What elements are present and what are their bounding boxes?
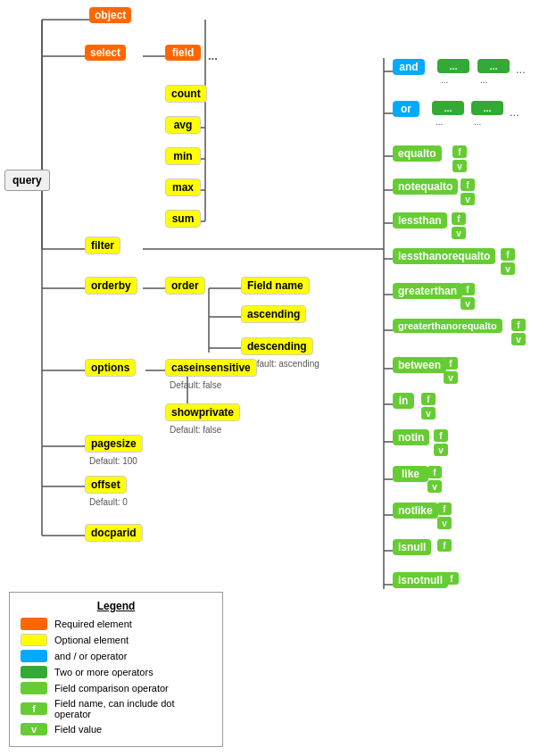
lessthan-f: f — [452, 212, 466, 225]
query-node: query — [4, 170, 50, 191]
and-green-2: ... — [477, 59, 510, 73]
like-f: f — [427, 466, 442, 478]
default-0-label: Default: 0 — [89, 497, 128, 507]
lessthanorequalto-node: lessthanorequalto — [393, 248, 495, 264]
field-ellipsis: ... — [208, 49, 218, 62]
lessthan-v: v — [452, 227, 466, 239]
notequalto-node: notequalto — [393, 179, 458, 195]
legend-andor-label: and / or operator — [54, 651, 127, 661]
equalto-f: f — [452, 145, 467, 158]
legend-title: Legend — [21, 600, 212, 612]
options-node: options — [85, 359, 136, 377]
and-dots: ... — [441, 75, 448, 85]
notin-f: f — [434, 429, 448, 442]
lessthanorequalto-v: v — [501, 262, 515, 275]
legend-required-label: Required element — [54, 619, 132, 629]
legend-optional-label: Optional element — [54, 635, 129, 645]
or-green-2: ... — [471, 101, 503, 115]
and-node: and — [393, 59, 425, 75]
object-node: object — [89, 7, 131, 23]
pagesize-node: pagesize — [85, 435, 143, 453]
in-f: f — [421, 393, 436, 405]
equalto-node: equalto — [393, 145, 442, 162]
min-node: min — [165, 147, 201, 165]
like-node: like — [393, 466, 428, 482]
like-v: v — [427, 480, 442, 493]
in-v: v — [421, 407, 436, 420]
isnull-node: isnull — [393, 539, 431, 555]
diagram-area: query object select field ... count avg … — [0, 0, 556, 643]
caseinsensitive-node: caseinsensitive — [165, 359, 257, 377]
legend-fieldcomp-label: Field comparison operator — [54, 683, 169, 694]
isnull-f: f — [437, 539, 452, 552]
or-dots: ... — [436, 117, 443, 127]
greaterthanorequalto-node: greaterthanorequalto — [393, 319, 502, 333]
greaterthan-f: f — [461, 283, 475, 295]
notin-v: v — [434, 444, 448, 456]
or-ellipsis: ... — [510, 105, 519, 119]
and-green-1: ... — [437, 59, 469, 73]
notlike-v: v — [437, 517, 452, 529]
filter-node: filter — [85, 237, 120, 254]
legend-twomore-label: Two or more operators — [54, 667, 154, 677]
lessthan-node: lessthan — [393, 212, 447, 228]
lessthanorequalto-f: f — [501, 248, 515, 261]
isnotnull-node: isnotnull — [393, 572, 448, 588]
default-false-2: Default: false — [170, 425, 221, 435]
avg-node: avg — [165, 116, 201, 134]
orderby-node: orderby — [85, 277, 137, 295]
fieldname-node: Field name — [241, 277, 310, 295]
default-false-1: Default: false — [170, 380, 221, 390]
max-node: max — [165, 179, 201, 196]
descending-node: descending — [241, 337, 313, 355]
greaterthanorequalto-f: f — [511, 319, 526, 331]
sum-node: sum — [165, 210, 201, 228]
between-node: between — [393, 357, 446, 373]
or-node: or — [393, 101, 419, 117]
greaterthan-node: greaterthan — [393, 283, 462, 299]
notlike-f: f — [437, 503, 452, 515]
legend-fieldname-label: Field name, can include dot operator — [54, 698, 212, 719]
showprivate-node: showprivate — [165, 403, 240, 421]
legend-optional: Optional element — [21, 634, 212, 646]
between-v: v — [444, 371, 458, 384]
between-f: f — [444, 357, 458, 370]
legend-fieldcomp: Field comparison operator — [21, 682, 212, 694]
or-dots2: ... — [474, 117, 481, 127]
legend-twomore: Two or more operators — [21, 666, 212, 678]
greaterthanorequalto-v: v — [511, 333, 526, 345]
legend-fieldname: f Field name, can include dot operator — [21, 698, 212, 719]
in-node: in — [393, 393, 414, 409]
select-node: select — [85, 45, 126, 61]
legend-fieldvalue-label: Field value — [54, 724, 102, 735]
field-node: field — [165, 45, 201, 61]
default-100-label: Default: 100 — [89, 456, 137, 466]
notequalto-f: f — [461, 179, 475, 191]
docparid-node: docparid — [85, 524, 143, 542]
ascending-node: ascending — [241, 305, 306, 323]
equalto-v: v — [452, 160, 467, 172]
legend-required: Required element — [21, 618, 212, 630]
isnotnull-f: f — [444, 572, 459, 585]
notlike-node: notlike — [393, 503, 438, 519]
and-dots2: ... — [480, 75, 487, 85]
or-green-1: ... — [432, 101, 464, 115]
greaterthan-v: v — [461, 297, 475, 310]
count-node: count — [165, 85, 207, 103]
and-ellipsis: ... — [516, 62, 526, 76]
legend-andor: and / or operator — [21, 650, 212, 662]
legend-panel: Legend Required element Optional element… — [9, 592, 223, 747]
notequalto-v: v — [461, 193, 475, 205]
notin-node: notin — [393, 429, 429, 445]
order-node: order — [165, 277, 205, 295]
offset-node: offset — [85, 476, 127, 494]
legend-fieldvalue: v Field value — [21, 723, 212, 735]
